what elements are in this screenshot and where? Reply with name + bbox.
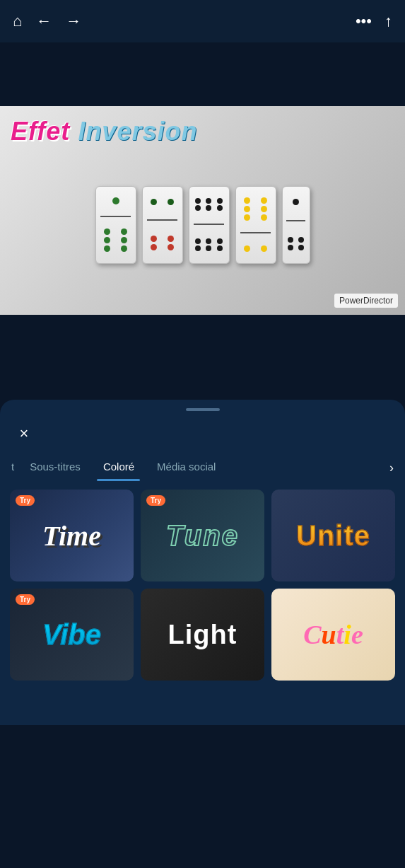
effet-word: Effet bbox=[11, 117, 70, 146]
bottom-sheet: × t Sous-titres Coloré Média social › Tr… bbox=[0, 400, 405, 725]
cutie-label: Cutie bbox=[303, 619, 363, 650]
above-video-spacer bbox=[0, 42, 405, 106]
domino-row bbox=[95, 186, 310, 264]
below-video-spacer bbox=[0, 315, 405, 400]
domino-3 bbox=[189, 186, 230, 264]
home-icon[interactable]: ⌂ bbox=[13, 12, 22, 30]
share-icon[interactable]: ↑ bbox=[385, 12, 392, 30]
back-icon[interactable]: ← bbox=[36, 12, 52, 30]
video-background: Effet Inversion bbox=[0, 106, 405, 315]
domino-2 bbox=[142, 186, 183, 264]
sheet-handle bbox=[0, 400, 405, 415]
effect-light[interactable]: Light bbox=[141, 589, 264, 681]
tab-media-social[interactable]: Média social bbox=[146, 455, 227, 481]
effects-grid: Try Time Try Tune Unite Try Vibe Light bbox=[0, 481, 405, 681]
vibe-label: Vibe bbox=[42, 619, 101, 651]
effect-vibe[interactable]: Try Vibe bbox=[10, 589, 134, 681]
try-badge-time: Try bbox=[16, 495, 35, 506]
video-title: Effet Inversion bbox=[11, 117, 197, 146]
forward-icon[interactable]: → bbox=[66, 12, 81, 30]
sheet-top-row: × bbox=[0, 415, 405, 449]
tune-label: Tune bbox=[166, 520, 239, 552]
grid-row-1: Try Time Try Tune Unite bbox=[10, 490, 395, 581]
try-badge-vibe: Try bbox=[16, 594, 35, 605]
video-preview: Effet Inversion bbox=[0, 106, 405, 315]
nav-left-group: ⌂ ← → bbox=[13, 12, 81, 30]
nav-right-group: ••• ↑ bbox=[356, 12, 392, 30]
tabs-chevron-icon[interactable]: › bbox=[389, 461, 394, 475]
handle-bar bbox=[186, 408, 220, 411]
effect-time[interactable]: Try Time bbox=[10, 490, 134, 581]
grid-row-2: Try Vibe Light Cutie bbox=[10, 589, 395, 681]
tabs-row: t Sous-titres Coloré Média social › bbox=[0, 449, 405, 481]
inversion-word: Inversion bbox=[78, 117, 197, 146]
domino-5 bbox=[282, 186, 310, 264]
tab-colore[interactable]: Coloré bbox=[92, 455, 146, 481]
domino-4 bbox=[235, 186, 276, 264]
light-label: Light bbox=[168, 620, 237, 650]
unite-label: Unite bbox=[296, 520, 370, 552]
powerdirector-watermark: PowerDirector bbox=[334, 294, 398, 308]
effect-cutie[interactable]: Cutie bbox=[271, 589, 395, 681]
effect-tune[interactable]: Try Tune bbox=[141, 490, 264, 581]
more-icon[interactable]: ••• bbox=[356, 12, 372, 30]
effect-unite[interactable]: Unite bbox=[271, 490, 395, 581]
tab-truncated: t bbox=[11, 455, 18, 481]
tab-sous-titres[interactable]: Sous-titres bbox=[18, 455, 92, 481]
try-badge-tune: Try bbox=[146, 495, 165, 506]
top-nav-bar: ⌂ ← → ••• ↑ bbox=[0, 0, 405, 42]
time-label: Time bbox=[42, 519, 101, 552]
domino-1 bbox=[95, 186, 136, 264]
close-button[interactable]: × bbox=[11, 421, 37, 446]
